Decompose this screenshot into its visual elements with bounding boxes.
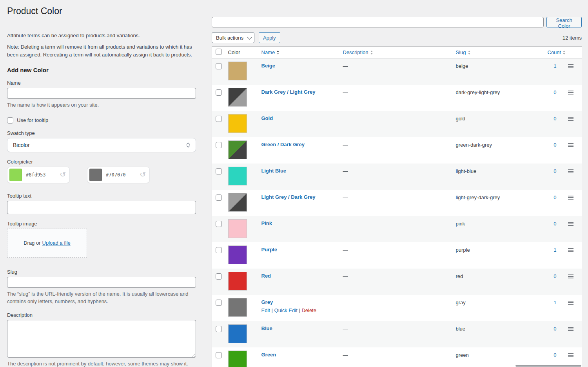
term-count-link[interactable]: 0 [554, 221, 556, 227]
term-name-link[interactable]: Green / Dark Grey [261, 142, 305, 147]
menu-icon[interactable] [568, 353, 573, 357]
column-header-slug[interactable]: Slug [453, 47, 544, 58]
tooltip-text-label: Tooltip text [7, 193, 196, 199]
term-name-link[interactable]: Beige [261, 63, 275, 69]
table-row: Blue — blue 0 [212, 321, 582, 347]
chevron-down-icon [247, 35, 252, 40]
term-slug: light-blue [453, 164, 544, 190]
table-row: Gold — gold 0 [212, 111, 582, 137]
row-checkbox[interactable] [216, 63, 222, 69]
column-header-menu [565, 47, 582, 58]
sort-icon [370, 51, 373, 55]
row-checkbox[interactable] [216, 273, 222, 280]
term-description: — [340, 216, 453, 242]
upload-file-link[interactable]: Upload a file [42, 240, 71, 246]
colorpicker-primary[interactable]: #8fd953 ↺ [7, 167, 70, 183]
term-count-link[interactable]: 1 [554, 63, 556, 69]
term-count-link[interactable]: 0 [554, 116, 556, 122]
row-checkbox[interactable] [216, 352, 222, 358]
horizontal-scrollbar-thumb[interactable] [515, 365, 581, 367]
row-action-quick-edit[interactable]: Quick Edit [274, 307, 298, 313]
menu-icon[interactable] [568, 143, 573, 147]
term-count-link[interactable]: 0 [554, 89, 556, 95]
row-checkbox[interactable] [216, 194, 222, 201]
term-name-link[interactable]: Blue [261, 325, 272, 331]
menu-icon[interactable] [568, 274, 573, 278]
apply-button[interactable]: Apply [259, 32, 280, 43]
menu-icon[interactable] [568, 117, 573, 121]
row-checkbox[interactable] [216, 142, 222, 148]
term-count-link[interactable]: 0 [554, 194, 556, 200]
tooltip-text-field[interactable] [7, 201, 196, 214]
menu-icon[interactable] [568, 196, 573, 200]
menu-icon[interactable] [568, 64, 573, 68]
term-name-link[interactable]: Gold [261, 115, 273, 121]
color-swatch [228, 167, 247, 185]
tooltip-image-dropzone[interactable]: Drag or Upload a file [7, 229, 87, 258]
color-swatch [228, 351, 247, 367]
items-count: 12 items [563, 35, 582, 41]
term-count-link[interactable]: 0 [554, 168, 556, 174]
table-header-row: Color Name Description Slug [212, 47, 582, 58]
term-slug: dark-grey-light-grey [453, 85, 544, 111]
row-checkbox[interactable] [216, 300, 222, 306]
add-term-panel: Product Color Attribute terms can be ass… [7, 0, 196, 367]
term-description: — [340, 190, 453, 216]
colorpicker-secondary-swatch[interactable] [89, 169, 102, 181]
term-count-link[interactable]: 1 [554, 247, 556, 253]
row-checkbox[interactable] [216, 89, 222, 96]
menu-icon[interactable] [568, 222, 573, 226]
row-checkbox[interactable] [216, 116, 222, 122]
table-row: Dark Grey / Light Grey — dark-grey-light… [212, 85, 582, 111]
term-name-link[interactable]: Light Grey / Dark Grey [261, 194, 316, 200]
term-name-link[interactable]: Green [261, 352, 276, 358]
term-count-link[interactable]: 1 [554, 300, 556, 305]
term-count-link[interactable]: 0 [554, 273, 556, 279]
description-field[interactable] [7, 320, 196, 358]
bulk-actions-select[interactable]: Bulk actions [212, 32, 254, 43]
menu-icon[interactable] [568, 91, 573, 94]
search-input[interactable] [212, 17, 544, 27]
term-name-link[interactable]: Pink [261, 220, 272, 226]
term-description: — [340, 137, 453, 164]
row-checkbox[interactable] [216, 221, 222, 227]
drag-text: Drag or [24, 240, 40, 246]
term-count-link[interactable]: 0 [554, 142, 556, 148]
term-name-link[interactable]: Red [261, 273, 271, 279]
menu-icon[interactable] [568, 248, 573, 252]
term-name-link[interactable]: Grey [261, 299, 273, 305]
search-color-button[interactable]: Search Color [546, 17, 582, 27]
colorpicker-secondary[interactable]: #707070 ↺ [87, 167, 150, 183]
term-slug: green-dark-grey [453, 137, 544, 164]
reset-color-icon[interactable]: ↺ [60, 171, 66, 178]
reset-color-icon[interactable]: ↺ [140, 171, 146, 178]
select-all-checkbox[interactable] [216, 49, 222, 55]
column-header-name[interactable]: Name [258, 47, 340, 58]
colorpicker-primary-swatch[interactable] [9, 169, 22, 181]
term-count-link[interactable]: 0 [554, 326, 556, 332]
row-checkbox[interactable] [216, 247, 222, 253]
slug-field[interactable] [7, 277, 196, 288]
use-for-tooltip-checkbox[interactable] [7, 117, 13, 124]
name-field[interactable] [7, 88, 196, 99]
column-header-count[interactable]: Count [544, 47, 565, 58]
menu-icon[interactable] [568, 327, 573, 331]
term-name-link[interactable]: Light Blue [261, 168, 287, 174]
term-slug: pink [453, 216, 544, 242]
color-swatch [228, 62, 247, 80]
menu-icon[interactable] [568, 301, 573, 305]
color-swatch [228, 114, 247, 133]
swatch-type-value: Bicolor [13, 142, 30, 148]
term-count-link[interactable]: 0 [554, 352, 556, 358]
term-name-link[interactable]: Purple [261, 247, 277, 253]
term-name-link[interactable]: Dark Grey / Light Grey [261, 89, 316, 95]
row-action-delete[interactable]: Delete [301, 307, 316, 313]
color-swatch [228, 298, 247, 317]
menu-icon[interactable] [568, 169, 573, 173]
term-slug: beige [453, 58, 544, 85]
row-checkbox[interactable] [216, 326, 222, 332]
column-header-description[interactable]: Description [340, 47, 453, 58]
row-checkbox[interactable] [216, 168, 222, 174]
row-action-edit[interactable]: Edit [261, 307, 270, 313]
swatch-type-select[interactable]: Bicolor [7, 138, 196, 152]
